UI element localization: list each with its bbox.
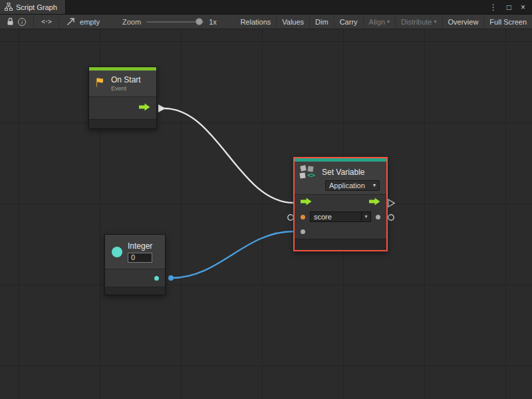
- port-row: [105, 269, 165, 287]
- wire-source-arrow: [158, 104, 166, 112]
- integer-value-field[interactable]: 0: [128, 253, 152, 263]
- selection-status: empty: [77, 18, 102, 26]
- button-label: Carry: [340, 18, 358, 26]
- close-icon[interactable]: ×: [521, 3, 525, 11]
- node-title: Integer: [128, 241, 152, 251]
- scope-label: Application: [329, 182, 365, 190]
- unconnected-flow-marker[interactable]: [388, 200, 394, 207]
- window-controls: ⋮ □ ×: [483, 0, 532, 14]
- titlebar-spacer: [66, 0, 483, 14]
- dropdown-arrow-icon: ▾: [373, 183, 376, 188]
- value-input-port[interactable]: [301, 229, 305, 234]
- lock-icon[interactable]: [4, 15, 16, 29]
- zoom-value: 1x: [206, 18, 219, 26]
- node-body: [89, 97, 156, 119]
- dropdown-arrow-icon: ▾: [434, 19, 437, 25]
- dim-button[interactable]: Dim: [309, 15, 334, 29]
- button-label: Distribute: [401, 18, 432, 26]
- relations-button[interactable]: Relations: [235, 15, 276, 29]
- button-label: Relations: [240, 18, 271, 26]
- flow-port-row: [295, 195, 386, 209]
- button-label: Dim: [315, 18, 329, 26]
- node-integer[interactable]: Integer 0: [104, 234, 166, 295]
- node-subtitle: Event: [111, 85, 141, 92]
- value-port-row: [295, 224, 386, 239]
- node-header[interactable]: Integer 0: [105, 235, 165, 269]
- flow-output-port[interactable]: [369, 198, 380, 207]
- node-body: [105, 269, 165, 287]
- node-set-variable[interactable]: <> Set Variable Application ▾: [293, 157, 388, 251]
- window-titlebar: Script Graph ⋮ □ ×: [0, 0, 532, 15]
- variable-name-value: score: [311, 213, 361, 221]
- set-variable-icon: <>: [300, 166, 317, 179]
- full-screen-button[interactable]: Full Screen: [483, 15, 532, 29]
- value-wire[interactable]: [172, 231, 293, 278]
- flag-icon: [94, 77, 106, 90]
- integer-icon: [112, 247, 122, 257]
- overview-button[interactable]: Overview: [442, 15, 484, 29]
- node-header[interactable]: <> Set Variable Application ▾: [295, 162, 386, 195]
- flow-output-port[interactable]: [139, 103, 150, 113]
- dropdown-arrow-glyph: ▾: [364, 214, 367, 219]
- zoom-label: Zoom: [120, 18, 144, 26]
- node-header[interactable]: On Start Event: [89, 70, 156, 97]
- carry-button[interactable]: Carry: [334, 15, 363, 29]
- more-options-icon[interactable]: ⋮: [489, 3, 497, 11]
- script-graph-window: Script Graph ⋮ □ × i <·> empty Zoom: [0, 0, 532, 399]
- button-label: Align: [369, 18, 385, 26]
- code-angle-icon: <>: [307, 171, 315, 180]
- button-label: Overview: [448, 18, 479, 26]
- unconnected-value-marker-left[interactable]: [288, 215, 293, 220]
- node-footer: [295, 239, 386, 250]
- flow-input-port[interactable]: [301, 198, 312, 207]
- button-label: Full Screen: [489, 18, 527, 26]
- graph-canvas[interactable]: On Start Event: [0, 29, 532, 399]
- variable-scope-dropdown[interactable]: Application ▾: [325, 180, 380, 191]
- integer-value: 0: [131, 253, 135, 261]
- control-wire[interactable]: [164, 108, 293, 203]
- maximize-icon[interactable]: □: [507, 3, 511, 11]
- node-body: score ▾: [295, 195, 386, 239]
- tab-script-graph[interactable]: Script Graph: [0, 0, 66, 14]
- align-button: Align ▾: [363, 15, 395, 29]
- dropdown-arrow-icon[interactable]: ▾: [361, 212, 370, 221]
- wire-source-dot: [168, 275, 174, 281]
- distribute-button: Distribute ▾: [395, 15, 442, 29]
- node-on-start[interactable]: On Start Event: [88, 66, 157, 129]
- toolbar-separator: [59, 17, 59, 27]
- values-button[interactable]: Values: [276, 15, 309, 29]
- variable-name-dropdown[interactable]: score ▾: [310, 211, 371, 222]
- unconnected-value-marker-right[interactable]: [388, 215, 394, 220]
- wires-layer: [0, 29, 532, 399]
- integer-output-port[interactable]: [154, 276, 159, 281]
- dropdown-arrow-icon: ▾: [387, 19, 390, 25]
- selection-cursor-icon: [65, 15, 77, 29]
- zoom-slider-handle[interactable]: [196, 18, 203, 25]
- node-title: Set Variable: [322, 168, 364, 177]
- value-output-port[interactable]: [376, 215, 380, 219]
- button-label: Values: [282, 18, 304, 26]
- tab-title: Script Graph: [16, 3, 57, 11]
- code-icon[interactable]: <·>: [39, 15, 53, 29]
- zoom-slider[interactable]: [146, 15, 203, 29]
- toolbar-buttons: Relations Values Dim Carry Align ▾ Distr…: [235, 15, 532, 29]
- toolbar-separator: [33, 17, 34, 27]
- info-icon[interactable]: i: [16, 15, 28, 29]
- port-row: [89, 97, 156, 119]
- name-port-row: score ▾: [295, 209, 386, 224]
- toolbar: i <·> empty Zoom 1x Relations Values Dim: [0, 15, 532, 29]
- graph-icon: [5, 3, 13, 12]
- variable-name-port[interactable]: [301, 215, 305, 219]
- node-title: On Start: [111, 75, 141, 84]
- node-footer: [105, 287, 165, 295]
- node-footer: [89, 119, 156, 128]
